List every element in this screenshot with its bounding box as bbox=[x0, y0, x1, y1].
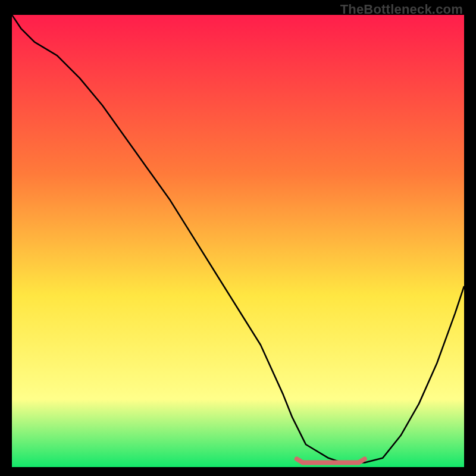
chart-frame bbox=[12, 15, 464, 467]
watermark-text: TheBottleneck.com bbox=[340, 2, 463, 17]
gradient-area bbox=[12, 15, 464, 467]
bottleneck-plot bbox=[12, 15, 464, 467]
